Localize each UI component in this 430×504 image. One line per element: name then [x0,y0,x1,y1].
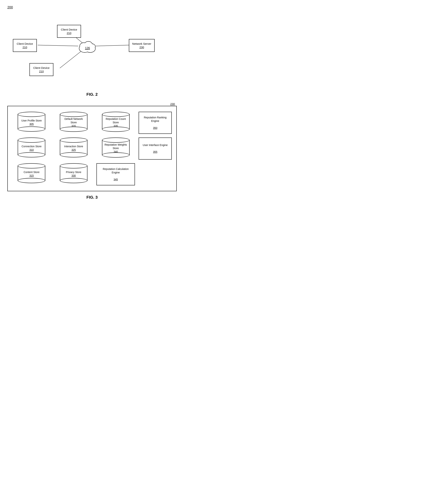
svg-line-1 [38,45,78,46]
row3-col4-empty [139,163,172,185]
network-server: Network Server 230 [129,39,155,52]
svg-text:126: 126 [85,46,90,50]
fig3-diagram: 230 User Profile Store 305 Defau [7,102,177,191]
reputation-ranking-engine: Reputation Ranking Engine 350 [139,112,172,134]
cloud-126: 126 [76,38,99,55]
client-device-left: Client Device 210 [13,39,37,52]
fig2-diagram: 200 Client Device 210 Client Device 210 … [7,6,177,90]
cyl-top-ellipse [18,112,45,117]
server-grid: User Profile Store 305 Default Network S… [12,112,172,185]
fig3-label: FIG. 3 [7,195,177,200]
server-230-label: 230 [7,102,177,106]
default-network-store: Default Network Store 320 [54,112,93,134]
privacy-store: Privacy Store 330 [54,163,93,185]
reputation-calculation-engine: Reputation Calculation Engine 345 [97,163,135,185]
client-device-bottom: Client Device 210 [29,63,53,76]
user-interface-engine: User Interface Engine 355 [139,137,172,160]
user-profile-store: User Profile Store 305 [12,112,51,134]
content-store: Content Store 315 [12,163,51,185]
right-engines-col: Reputation Ranking Engine 350 User Inter… [139,112,172,160]
server-container: User Profile Store 305 Default Network S… [7,106,177,191]
diagram-200-label: 200 [7,6,13,9]
interaction-store: Interaction Store 325 [54,137,93,160]
connection-store: Connection Store 310 [12,137,51,160]
cyl-bottom-ellipse [18,126,45,132]
reputation-count-store: Reputation Count Store 335 [97,112,135,134]
fig2-label: FIG. 2 [7,92,177,97]
reputation-weights-store: Reputation Weights Store 340 [97,137,135,160]
client-device-top: Client Device 210 [57,25,81,38]
svg-line-3 [96,45,129,46]
